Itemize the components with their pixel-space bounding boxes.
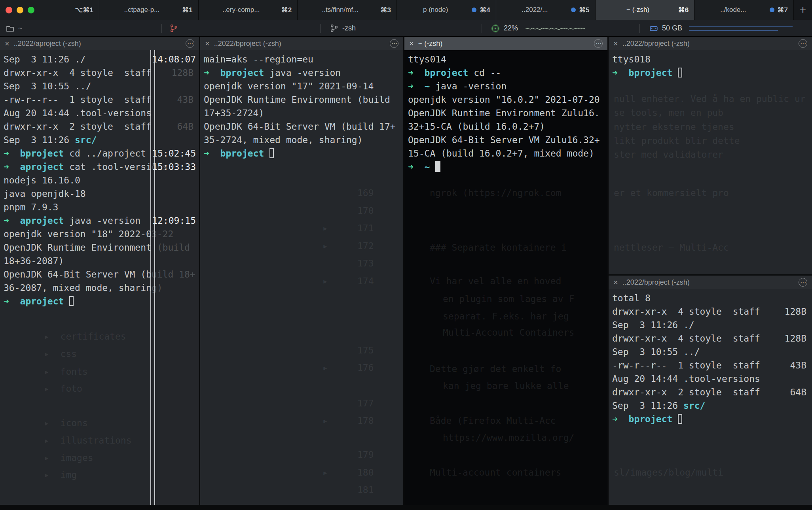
cursor-block-hollow bbox=[678, 68, 682, 77]
tab-label: ~ (-zsh) bbox=[601, 6, 675, 14]
pane-home-active: × ~ (-zsh) ⋯ ttys014➜ bproject cd --➜ ~ … bbox=[404, 37, 607, 505]
terminal-line: drwxr-xr-x 4 stoyle staff128B bbox=[612, 305, 812, 318]
terminal-content[interactable]: main=aks --region=eu➜ bproject java -ver… bbox=[200, 50, 403, 505]
pane-menu-icon[interactable]: ⋯ bbox=[594, 39, 603, 48]
pane-title: ..2022/bproject (-zsh) bbox=[214, 40, 385, 48]
terminal-text: java -version bbox=[64, 215, 140, 226]
close-pane-icon[interactable]: × bbox=[613, 39, 618, 48]
terminal-text: cd ../aproject bbox=[64, 148, 146, 159]
ellipsis-icon: ⋯ bbox=[391, 40, 397, 47]
terminal-line: drwxr-xr-x 2 stoyle staff64B bbox=[612, 385, 812, 399]
prompt-arrow: ➜ bbox=[4, 296, 20, 306]
pane-bproject-left: × ..2022/bproject (-zsh) ⋯ main=aks --re… bbox=[200, 37, 403, 505]
terminal-text: pnpm 7.9.3 bbox=[4, 202, 58, 212]
prompt-arrow: ➜ bbox=[408, 81, 425, 91]
terminal-text bbox=[430, 162, 435, 172]
terminal-text: Aug 20 14:44 .tool-versions bbox=[612, 374, 760, 384]
pane-header: × ..2022/bproject (-zsh) ⋯ bbox=[609, 37, 812, 50]
terminal-line: ➜ bproject bbox=[612, 66, 812, 79]
tab-4[interactable]: p (node)⌘4 bbox=[397, 0, 496, 20]
new-tab-button[interactable]: + bbox=[794, 0, 812, 20]
statusbar-divider bbox=[320, 24, 321, 33]
prompt-dir: bproject bbox=[220, 68, 264, 78]
close-pane-icon[interactable]: × bbox=[613, 278, 618, 287]
terminal-content[interactable]: ttys018➜ bproject bbox=[609, 50, 812, 274]
traffic-light-zoom-icon[interactable] bbox=[28, 7, 34, 13]
terminal-text bbox=[672, 414, 678, 424]
prompt-dir: bproject bbox=[629, 68, 673, 78]
close-pane-icon[interactable]: × bbox=[5, 39, 9, 48]
terminal-text: java -version bbox=[264, 68, 341, 78]
terminal-line: ➜ ~ java -version bbox=[408, 79, 607, 93]
tab-shortcut: ⌘7 bbox=[778, 6, 788, 14]
close-pane-icon[interactable]: × bbox=[409, 39, 414, 48]
pane-menu-icon[interactable]: ⋯ bbox=[799, 278, 807, 287]
cpu-indicator: 22% bbox=[491, 20, 585, 37]
terminal-line: OpenJDK 64-Bit Server VM (build 17+ bbox=[204, 120, 403, 133]
statusbar-divider bbox=[482, 24, 482, 33]
shell-label: -zsh bbox=[342, 24, 356, 32]
file-size: 128B bbox=[785, 332, 806, 345]
traffic-light-minimize-icon[interactable] bbox=[17, 7, 23, 13]
terminal-line: Sep 3 11:26 src/ bbox=[612, 399, 812, 412]
ellipsis-icon: ⋯ bbox=[800, 40, 806, 47]
pane-header: × ..2022/bproject (-zsh) ⋯ bbox=[200, 37, 403, 50]
traffic-light-close-icon[interactable] bbox=[6, 7, 12, 13]
terminal-text: Sep 3 11:26 ./ bbox=[4, 54, 86, 64]
ellipsis-icon: ⋯ bbox=[596, 40, 601, 47]
cursor-block-filled bbox=[435, 161, 440, 172]
tab-2[interactable]: ..ery-comp...⌘2 bbox=[199, 0, 298, 20]
tab-shortcut: ⌥⌘1 bbox=[75, 6, 93, 14]
tab-label: p (node) bbox=[402, 6, 469, 14]
git-branch-icon bbox=[169, 24, 178, 33]
terminal-text bbox=[264, 148, 269, 159]
tab-label: ..ctpage-p... bbox=[105, 6, 179, 14]
tab-5[interactable]: ..2022/...⌘5 bbox=[496, 0, 596, 20]
traffic-lights bbox=[6, 7, 34, 13]
tab-label: ..2022/... bbox=[502, 6, 568, 14]
tab-7[interactable]: ../kode...⌘7 bbox=[694, 0, 794, 20]
iterm-window: ⌥⌘1..ctpage-p...⌘1..ery-comp...⌘2..ts/fi… bbox=[0, 0, 812, 37]
terminal-text: openjdk version "17" 2021-09-14 bbox=[204, 81, 374, 91]
prompt-arrow: ➜ bbox=[4, 162, 20, 172]
tab-1[interactable]: ..ctpage-p...⌘1 bbox=[99, 0, 199, 20]
terminal-text: 35-2724, mixed mode, sharing) bbox=[204, 135, 363, 145]
close-pane-icon[interactable]: × bbox=[205, 39, 210, 48]
cpu-value: 22% bbox=[504, 24, 518, 32]
terminal-text: -rw-r--r-- 1 stoyle staff bbox=[4, 94, 152, 105]
terminal-content[interactable]: ttys014➜ bproject cd --➜ ~ java -version… bbox=[404, 50, 607, 505]
terminal-text: cd -- bbox=[468, 68, 501, 78]
tab-3[interactable]: ..ts/finn/mf...⌘3 bbox=[298, 0, 397, 20]
tab-0[interactable]: ⌥⌘1 bbox=[0, 0, 99, 20]
terminal-text: openjdk version "18" 2022-03-22 bbox=[4, 229, 173, 239]
pane-menu-icon[interactable]: ⋯ bbox=[390, 39, 398, 48]
pane-menu-icon[interactable]: ⋯ bbox=[799, 39, 807, 48]
terminal-text: Sep 3 11:26 ./ bbox=[612, 320, 694, 330]
cpu-graph bbox=[526, 23, 585, 34]
activity-dot-icon bbox=[472, 8, 476, 12]
terminal-line: total 8 bbox=[612, 291, 812, 305]
tab-label: ../kode... bbox=[700, 6, 766, 14]
terminal-line: drwxr-xr-x 4 stoyle staff128B bbox=[612, 332, 812, 345]
tab-bar: ⌥⌘1..ctpage-p...⌘1..ery-comp...⌘2..ts/fi… bbox=[0, 0, 812, 20]
pane-menu-icon[interactable]: ⋯ bbox=[186, 39, 194, 48]
terminal-content[interactable]: total 8drwxr-xr-x 4 stoyle staff128BSep … bbox=[609, 289, 812, 505]
disk-value: 50 GB bbox=[662, 24, 682, 32]
terminal-line: ttys014 bbox=[408, 53, 607, 66]
prompt-dir: aproject bbox=[20, 215, 64, 226]
terminal-text: nodejs 16.16.0 bbox=[4, 175, 80, 185]
terminal-text: 32+15-CA (build 16.0.2+7) bbox=[408, 121, 545, 132]
terminal-text: OpenJDK 64-Bit Server VM (build 17+ bbox=[204, 121, 396, 132]
tab-shortcut: ⌘3 bbox=[381, 6, 391, 14]
terminal-line: main=aks --region=eu bbox=[204, 53, 403, 66]
timestamp-column: 14:08:0715:02:4515:03:3312:09:15 bbox=[150, 50, 199, 505]
terminal-content[interactable]: Sep 3 11:26 ./drwxr-xr-x 4 stoyle staff1… bbox=[0, 50, 199, 505]
terminal-line: Sep 3 11:26 ./ bbox=[612, 318, 812, 332]
tab-6[interactable]: ~ (-zsh)⌘6 bbox=[596, 0, 695, 20]
activity-dot-icon bbox=[571, 8, 576, 12]
terminal-line: ➜ bproject cd -- bbox=[408, 66, 607, 79]
terminal-text: main=aks --region=eu bbox=[204, 54, 313, 64]
pane-aproject: × ..2022/aproject (-zsh) ⋯ Sep 3 11:26 .… bbox=[0, 37, 199, 505]
timestamp: 12:09:15 bbox=[152, 214, 196, 227]
pane-grid: × ..2022/aproject (-zsh) ⋯ Sep 3 11:26 .… bbox=[0, 37, 812, 510]
